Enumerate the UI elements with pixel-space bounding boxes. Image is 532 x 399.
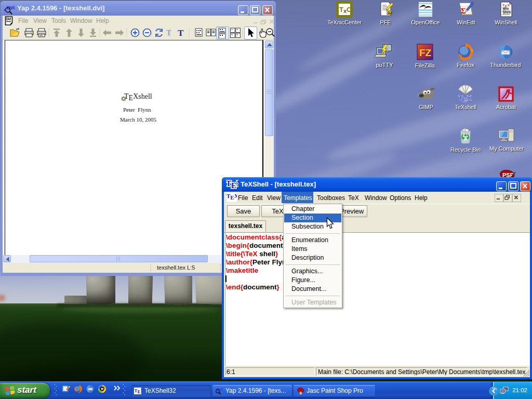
svg-text:Win: Win	[503, 7, 509, 10]
svg-text:32: 32	[388, 10, 392, 15]
svg-text:T: T	[178, 28, 184, 38]
svg-text:FZ: FZ	[419, 47, 432, 58]
svg-text:Σ: Σ	[461, 7, 466, 15]
svg-text:TEX: TEX	[226, 179, 238, 190]
svg-text:T: T	[166, 29, 171, 37]
svg-text:DVI: DVI	[6, 17, 11, 21]
svg-text:8: 8	[300, 391, 302, 395]
svg-text:TEX: TEX	[459, 94, 472, 102]
